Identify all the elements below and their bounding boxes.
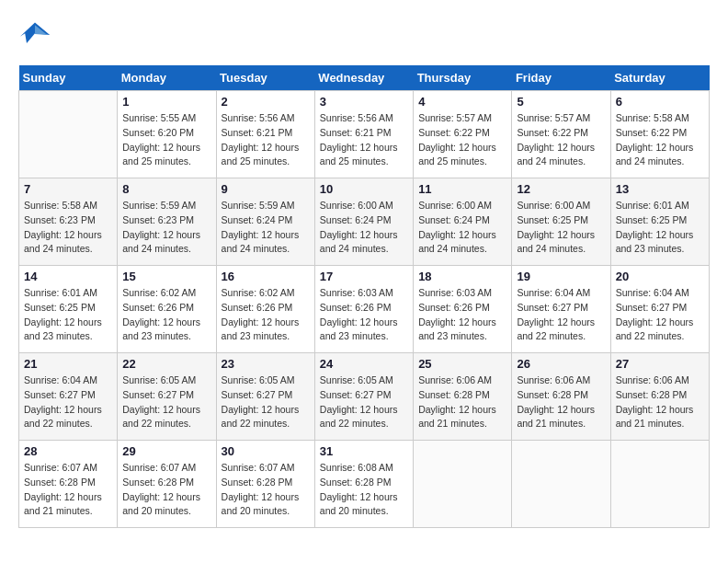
- calendar-cell: 28Sunrise: 6:07 AMSunset: 6:28 PMDayligh…: [19, 441, 118, 528]
- day-number: 7: [24, 182, 112, 196]
- calendar-cell: 8Sunrise: 5:59 AMSunset: 6:23 PMDaylight…: [118, 178, 216, 266]
- day-number: 1: [122, 95, 210, 109]
- day-number: 22: [122, 357, 210, 371]
- calendar-cell: 17Sunrise: 6:03 AMSunset: 6:26 PMDayligh…: [314, 266, 413, 353]
- week-row-2: 7Sunrise: 5:58 AMSunset: 6:23 PMDaylight…: [19, 178, 710, 266]
- day-number: 21: [24, 357, 112, 371]
- day-number: 5: [517, 95, 605, 109]
- calendar-cell: 2Sunrise: 5:56 AMSunset: 6:21 PMDaylight…: [216, 91, 314, 178]
- day-info: Sunrise: 6:01 AMSunset: 6:25 PMDaylight:…: [616, 199, 704, 257]
- day-number: 24: [320, 357, 408, 371]
- weekday-header-wednesday: Wednesday: [314, 65, 413, 91]
- day-number: 14: [24, 270, 112, 283]
- weekday-header-thursday: Thursday: [414, 65, 512, 91]
- day-number: 25: [418, 357, 506, 371]
- day-number: 28: [24, 444, 112, 458]
- day-info: Sunrise: 6:03 AMSunset: 6:26 PMDaylight:…: [320, 286, 408, 344]
- day-info: Sunrise: 6:08 AMSunset: 6:28 PMDaylight:…: [320, 461, 408, 519]
- day-info: Sunrise: 6:03 AMSunset: 6:26 PMDaylight:…: [418, 286, 506, 344]
- day-info: Sunrise: 5:56 AMSunset: 6:21 PMDaylight:…: [222, 111, 310, 169]
- calendar-cell: 9Sunrise: 5:59 AMSunset: 6:24 PMDaylight…: [216, 178, 314, 266]
- week-row-4: 21Sunrise: 6:04 AMSunset: 6:27 PMDayligh…: [19, 353, 710, 441]
- day-info: Sunrise: 6:07 AMSunset: 6:28 PMDaylight:…: [24, 461, 112, 519]
- day-info: Sunrise: 6:07 AMSunset: 6:28 PMDaylight:…: [222, 461, 310, 519]
- calendar-cell: [610, 441, 709, 528]
- calendar-cell: 12Sunrise: 6:00 AMSunset: 6:25 PMDayligh…: [512, 178, 610, 266]
- week-row-5: 28Sunrise: 6:07 AMSunset: 6:28 PMDayligh…: [19, 441, 710, 528]
- day-number: 9: [222, 182, 310, 196]
- calendar-cell: 18Sunrise: 6:03 AMSunset: 6:26 PMDayligh…: [414, 266, 512, 353]
- calendar-cell: 25Sunrise: 6:06 AMSunset: 6:28 PMDayligh…: [414, 353, 512, 441]
- calendar-cell: 24Sunrise: 6:05 AMSunset: 6:27 PMDayligh…: [314, 353, 413, 441]
- page-header: [18, 18, 710, 52]
- calendar-cell: 7Sunrise: 5:58 AMSunset: 6:23 PMDaylight…: [19, 178, 118, 266]
- calendar-cell: 11Sunrise: 6:00 AMSunset: 6:24 PMDayligh…: [414, 178, 512, 266]
- day-info: Sunrise: 6:05 AMSunset: 6:27 PMDaylight:…: [320, 373, 408, 431]
- calendar-cell: 22Sunrise: 6:05 AMSunset: 6:27 PMDayligh…: [118, 353, 216, 441]
- calendar-cell: 1Sunrise: 5:55 AMSunset: 6:20 PMDaylight…: [118, 91, 216, 178]
- day-number: 20: [616, 270, 704, 283]
- day-info: Sunrise: 6:01 AMSunset: 6:25 PMDaylight:…: [24, 286, 112, 344]
- weekday-header-monday: Monday: [118, 65, 216, 91]
- day-info: Sunrise: 6:06 AMSunset: 6:28 PMDaylight:…: [616, 373, 704, 431]
- calendar-cell: 29Sunrise: 6:07 AMSunset: 6:28 PMDayligh…: [118, 441, 216, 528]
- calendar-cell: 6Sunrise: 5:58 AMSunset: 6:22 PMDaylight…: [610, 91, 709, 178]
- calendar-cell: 4Sunrise: 5:57 AMSunset: 6:22 PMDaylight…: [414, 91, 512, 178]
- day-info: Sunrise: 6:04 AMSunset: 6:27 PMDaylight:…: [517, 286, 605, 344]
- day-number: 26: [517, 357, 605, 371]
- day-number: 8: [122, 182, 210, 196]
- calendar-cell: 23Sunrise: 6:05 AMSunset: 6:27 PMDayligh…: [216, 353, 314, 441]
- day-number: 11: [418, 182, 506, 196]
- calendar-cell: 27Sunrise: 6:06 AMSunset: 6:28 PMDayligh…: [610, 353, 709, 441]
- day-info: Sunrise: 5:55 AMSunset: 6:20 PMDaylight:…: [122, 111, 210, 169]
- day-info: Sunrise: 6:04 AMSunset: 6:27 PMDaylight:…: [24, 373, 112, 431]
- weekday-header-friday: Friday: [512, 65, 610, 91]
- calendar-cell: 21Sunrise: 6:04 AMSunset: 6:27 PMDayligh…: [19, 353, 118, 441]
- day-number: 3: [320, 95, 408, 109]
- calendar-cell: 15Sunrise: 6:02 AMSunset: 6:26 PMDayligh…: [118, 266, 216, 353]
- calendar-cell: 13Sunrise: 6:01 AMSunset: 6:25 PMDayligh…: [610, 178, 709, 266]
- calendar-cell: 26Sunrise: 6:06 AMSunset: 6:28 PMDayligh…: [512, 353, 610, 441]
- day-number: 16: [222, 270, 310, 283]
- weekday-header-tuesday: Tuesday: [216, 65, 314, 91]
- calendar-cell: 31Sunrise: 6:08 AMSunset: 6:28 PMDayligh…: [314, 441, 413, 528]
- day-number: 6: [616, 95, 704, 109]
- calendar-cell: 3Sunrise: 5:56 AMSunset: 6:21 PMDaylight…: [314, 91, 413, 178]
- day-number: 2: [222, 95, 310, 109]
- calendar-cell: 14Sunrise: 6:01 AMSunset: 6:25 PMDayligh…: [19, 266, 118, 353]
- calendar-cell: 19Sunrise: 6:04 AMSunset: 6:27 PMDayligh…: [512, 266, 610, 353]
- day-number: 29: [122, 444, 210, 458]
- day-info: Sunrise: 6:04 AMSunset: 6:27 PMDaylight:…: [616, 286, 704, 344]
- calendar-cell: [19, 91, 118, 178]
- day-number: 10: [320, 182, 408, 196]
- day-info: Sunrise: 6:02 AMSunset: 6:26 PMDaylight:…: [222, 286, 310, 344]
- day-info: Sunrise: 6:06 AMSunset: 6:28 PMDaylight:…: [517, 373, 605, 431]
- weekday-header-sunday: Sunday: [19, 65, 118, 91]
- calendar-cell: 5Sunrise: 5:57 AMSunset: 6:22 PMDaylight…: [512, 91, 610, 178]
- day-number: 12: [517, 182, 605, 196]
- day-number: 13: [616, 182, 704, 196]
- day-number: 19: [517, 270, 605, 283]
- day-number: 27: [616, 357, 704, 371]
- calendar-cell: [512, 441, 610, 528]
- day-number: 30: [222, 444, 310, 458]
- day-number: 4: [418, 95, 506, 109]
- day-info: Sunrise: 6:05 AMSunset: 6:27 PMDaylight:…: [222, 373, 310, 431]
- day-info: Sunrise: 5:59 AMSunset: 6:23 PMDaylight:…: [122, 199, 210, 257]
- day-info: Sunrise: 6:02 AMSunset: 6:26 PMDaylight:…: [122, 286, 210, 344]
- calendar-table: SundayMondayTuesdayWednesdayThursdayFrid…: [18, 65, 710, 528]
- week-row-1: 1Sunrise: 5:55 AMSunset: 6:20 PMDaylight…: [19, 91, 710, 178]
- day-info: Sunrise: 6:06 AMSunset: 6:28 PMDaylight:…: [418, 373, 506, 431]
- day-info: Sunrise: 5:58 AMSunset: 6:22 PMDaylight:…: [616, 111, 704, 169]
- calendar-cell: 20Sunrise: 6:04 AMSunset: 6:27 PMDayligh…: [610, 266, 709, 353]
- day-info: Sunrise: 6:00 AMSunset: 6:24 PMDaylight:…: [320, 199, 408, 257]
- calendar-cell: 16Sunrise: 6:02 AMSunset: 6:26 PMDayligh…: [216, 266, 314, 353]
- day-info: Sunrise: 5:57 AMSunset: 6:22 PMDaylight:…: [418, 111, 506, 169]
- weekday-header-row: SundayMondayTuesdayWednesdayThursdayFrid…: [19, 65, 710, 91]
- day-number: 17: [320, 270, 408, 283]
- day-number: 15: [122, 270, 210, 283]
- day-info: Sunrise: 5:58 AMSunset: 6:23 PMDaylight:…: [24, 199, 112, 257]
- calendar-cell: 10Sunrise: 6:00 AMSunset: 6:24 PMDayligh…: [314, 178, 413, 266]
- logo-icon: [18, 18, 51, 52]
- calendar-cell: [414, 441, 512, 528]
